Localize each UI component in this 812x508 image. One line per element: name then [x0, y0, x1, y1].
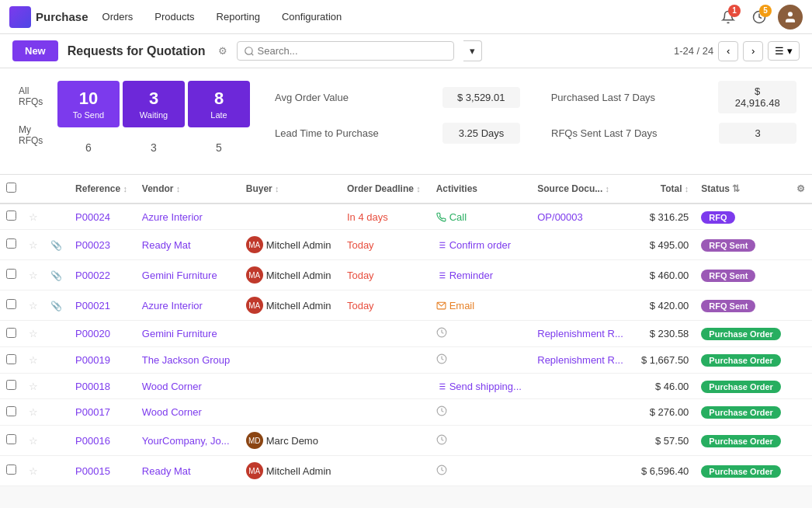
clock-button[interactable]: 5 [747, 5, 772, 30]
table-row: ☆P00024Azure InteriorIn 4 daysCallOP/000… [0, 204, 812, 230]
activity-phone[interactable]: Call [436, 211, 526, 223]
header-deadline[interactable]: Order Deadline ↕ [341, 175, 430, 204]
settings-icon[interactable]: ⚙ [218, 45, 227, 57]
header-activities[interactable]: Activities [430, 175, 532, 204]
reference-link[interactable]: P00015 [75, 465, 110, 477]
source-link[interactable]: OP/00003 [537, 211, 583, 223]
activity-clock[interactable] [436, 355, 447, 367]
header-buyer[interactable]: Buyer ↕ [240, 175, 341, 204]
favorite-icon[interactable]: ☆ [29, 381, 38, 392]
favorite-icon[interactable]: ☆ [29, 406, 38, 418]
reference-link[interactable]: P00016 [75, 435, 110, 447]
nav-products[interactable]: Products [147, 0, 202, 34]
reference-link[interactable]: P00020 [75, 328, 110, 339]
all-rfqs-filter[interactable]: All RFQs [16, 81, 51, 112]
row-checkbox[interactable] [6, 434, 16, 444]
to-send-stat[interactable]: 10 To Send [57, 81, 120, 127]
favorite-icon[interactable]: ☆ [29, 211, 38, 223]
activity-clock[interactable] [436, 436, 447, 447]
user-avatar[interactable] [778, 5, 803, 30]
nav-icons: 1 5 [716, 5, 803, 30]
records-table: Reference ↕ Vendor ↕ Buyer ↕ Order Deadl… [0, 175, 812, 486]
vendor-link[interactable]: Gemini Furniture [142, 270, 217, 281]
activity-list[interactable]: Confirm order [436, 239, 526, 251]
to-send-my[interactable]: 6 [57, 134, 120, 162]
header-source[interactable]: Source Docu... ↕ [531, 175, 633, 204]
app-logo[interactable]: Purchase [9, 6, 88, 28]
row-checkbox[interactable] [6, 238, 16, 249]
row-checkbox[interactable] [6, 269, 16, 279]
list-view-button[interactable]: ☰ ▾ [768, 41, 800, 61]
reference-link[interactable]: P00022 [75, 270, 110, 281]
select-all-checkbox[interactable] [6, 183, 16, 193]
table-row: ☆📎P00021Azure InteriorMAMitchell AdminTo… [0, 291, 812, 321]
reference-link[interactable]: P00024 [75, 211, 110, 223]
header-status[interactable]: Status ⇅ [695, 175, 790, 204]
header-total[interactable]: Total ↕ [633, 175, 695, 204]
row-checkbox[interactable] [6, 380, 16, 390]
vendor-link[interactable]: Azure Interior [142, 211, 203, 223]
row-checkbox[interactable] [6, 465, 16, 475]
attachment-icon[interactable]: 📎 [50, 240, 62, 251]
reference-link[interactable]: P00018 [75, 381, 110, 392]
search-dropdown[interactable]: ▾ [463, 40, 482, 61]
status-badge: RFQ Sent [701, 239, 755, 252]
vendor-link[interactable]: Gemini Furniture [142, 328, 217, 339]
waiting-stat[interactable]: 3 Waiting [123, 81, 185, 127]
row-checkbox[interactable] [6, 299, 16, 309]
late-stat[interactable]: 8 Late [188, 81, 250, 127]
vendor-link[interactable]: Azure Interior [142, 300, 203, 311]
nav-reporting[interactable]: Reporting [209, 0, 268, 34]
activity-email[interactable]: Email [436, 300, 526, 311]
reference-link[interactable]: P00021 [75, 300, 110, 311]
reference-link[interactable]: P00017 [75, 406, 110, 418]
header-vendor[interactable]: Vendor ↕ [136, 175, 240, 204]
favorite-icon[interactable]: ☆ [29, 435, 38, 447]
clock-badge: 5 [759, 5, 772, 17]
source-link[interactable]: Replenishment R... [537, 354, 623, 366]
attachment-icon[interactable]: 📎 [50, 270, 62, 281]
lead-time-value: 3.25 Days [442, 123, 520, 144]
waiting-my[interactable]: 3 [123, 134, 185, 162]
favorite-icon[interactable]: ☆ [29, 354, 38, 366]
prev-page-button[interactable]: ‹ [718, 41, 738, 61]
header-reference[interactable]: Reference ↕ [69, 175, 136, 204]
row-checkbox[interactable] [6, 211, 16, 221]
reference-link[interactable]: P00019 [75, 354, 110, 366]
vendor-link[interactable]: The Jackson Group [142, 354, 230, 366]
vendor-link[interactable]: Wood Corner [142, 406, 202, 418]
vendor-link[interactable]: YourCompany, Jo... [142, 435, 230, 447]
search-input[interactable] [258, 45, 447, 57]
nav-configuration[interactable]: Configuration [274, 0, 349, 34]
vendor-link[interactable]: Ready Mat [142, 465, 191, 477]
table-row: ☆P00016YourCompany, Jo...MDMarc Demo$ 57… [0, 426, 812, 456]
source-link[interactable]: Replenishment R... [537, 328, 623, 339]
row-checkbox[interactable] [6, 406, 16, 416]
my-rfqs-filter[interactable]: My RFQs [16, 120, 51, 151]
vendor-link[interactable]: Wood Corner [142, 381, 202, 392]
activity-list[interactable]: Reminder [436, 270, 526, 281]
row-checkbox[interactable] [6, 328, 16, 338]
favorite-icon[interactable]: ☆ [29, 239, 38, 251]
favorite-icon[interactable]: ☆ [29, 300, 38, 311]
nav-orders[interactable]: Orders [95, 0, 141, 34]
reference-link[interactable]: P00023 [75, 239, 110, 251]
activity-clock[interactable] [436, 466, 447, 478]
row-checkbox[interactable] [6, 354, 16, 364]
buyer-name: Mitchell Admin [266, 465, 331, 477]
favorite-icon[interactable]: ☆ [29, 465, 38, 477]
activity-list[interactable]: Send shipping... [436, 381, 526, 392]
favorite-icon[interactable]: ☆ [29, 328, 38, 339]
activity-clock[interactable] [436, 407, 447, 419]
new-button[interactable]: New [12, 40, 58, 61]
attachment-icon[interactable]: 📎 [50, 301, 62, 311]
activity-clock[interactable] [436, 329, 447, 340]
header-col-settings[interactable]: ⚙ [790, 175, 812, 204]
bell-button[interactable]: 1 [716, 5, 741, 30]
rfqs-sent-label: RFQs Sent Last 7 Days [551, 127, 706, 139]
vendor-link[interactable]: Ready Mat [142, 239, 191, 251]
next-page-button[interactable]: › [743, 41, 763, 61]
late-my[interactable]: 5 [188, 134, 250, 162]
buyer-avatar: MD [246, 432, 263, 449]
favorite-icon[interactable]: ☆ [29, 270, 38, 281]
